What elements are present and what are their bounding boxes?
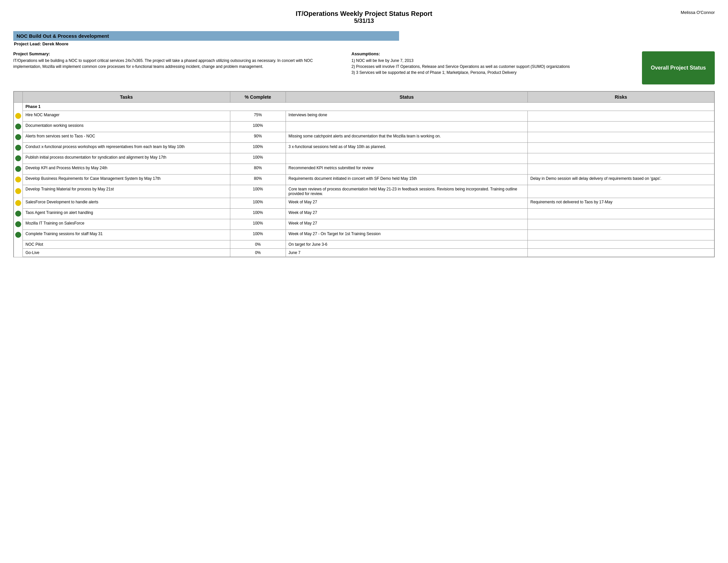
project-banner-title: NOC Build Out & Process development (17, 33, 396, 39)
dot-cell (14, 219, 23, 230)
task-risks: Delay in Demo session will delay deliver… (527, 174, 714, 185)
overall-status-label: Overall Project Status (651, 65, 706, 71)
dot-header (14, 92, 23, 103)
dot-cell (14, 249, 23, 257)
status-dot-green (15, 166, 21, 172)
main-table-wrapper: Tasks % Complete Status Risks Phase 1 Hi… (13, 91, 715, 257)
dot-cell (14, 240, 23, 249)
task-risks (527, 111, 714, 121)
task-pct: 100% (230, 121, 286, 132)
tasks-table: Tasks % Complete Status Risks Phase 1 Hi… (14, 91, 714, 257)
project-lead-name: Derek Moore (42, 41, 68, 46)
summary-left: Project Summary: IT/Operations will be b… (13, 51, 341, 84)
dot-cell (14, 111, 23, 121)
table-row: Documentation working sessions 100% (14, 121, 714, 132)
status-dot-green (15, 145, 21, 151)
summary-text: IT/Operations will be building a NOC to … (13, 58, 341, 70)
task-status: Week of May 27 (286, 198, 527, 209)
summary-right: Assumptions: 1) NOC will be live by June… (351, 51, 632, 84)
table-row: SalesForce Development to handle alerts … (14, 198, 714, 209)
table-row: Taos Agent Tranining on alert handling 1… (14, 209, 714, 219)
table-row: Conduct x-functional process workshops w… (14, 143, 714, 153)
dot-cell (14, 185, 23, 198)
dot-cell (14, 198, 23, 209)
table-row: Hire NOC Manager 75% Interviews being do… (14, 111, 714, 121)
status-dot-green (15, 232, 21, 238)
phase-dot-cell (14, 103, 23, 111)
task-status (286, 153, 527, 164)
task-status (286, 121, 527, 132)
task-status: Core team reviews of process documentati… (286, 185, 527, 198)
task-risks (527, 249, 714, 257)
task-status: Requirements document initiated in conce… (286, 174, 527, 185)
task-name: Hire NOC Manager (23, 111, 230, 121)
task-pct: 100% (230, 209, 286, 219)
task-status: 3 x-functional sessions held as of May 1… (286, 143, 527, 153)
task-name: Complete Training sessions for staff May… (23, 230, 230, 240)
table-row: Develop KPI and Process Metrics by May 2… (14, 164, 714, 174)
task-risks (527, 132, 714, 143)
summary-heading: Project Summary: (13, 51, 341, 56)
task-name: Taos Agent Tranining on alert handling (23, 209, 230, 219)
task-name: Alerts from services sent to Taos - NOC (23, 132, 230, 143)
dot-cell (14, 132, 23, 143)
task-status: Interviews being done (286, 111, 527, 121)
overall-status-box: Overall Project Status (642, 51, 715, 84)
status-dot-yellow (15, 113, 21, 119)
header-tasks: Tasks (23, 92, 230, 103)
header-risks: Risks (527, 92, 714, 103)
task-status: On target for June 3-6 (286, 240, 527, 249)
task-pct: 100% (230, 219, 286, 230)
task-name: Conduct x-functional process workshops w… (23, 143, 230, 153)
status-dot-yellow (15, 176, 21, 182)
task-pct: 75% (230, 111, 286, 121)
task-name: NOC Pilot (23, 240, 230, 249)
dot-cell (14, 209, 23, 219)
report-date: 5/31/13 (13, 18, 715, 24)
header-status: Status (286, 92, 527, 103)
dot-cell (14, 230, 23, 240)
status-dot-yellow (15, 200, 21, 206)
status-dot-yellow (15, 188, 21, 194)
task-pct: 80% (230, 164, 286, 174)
assumptions-text: 1) NOC will be live by June 7, 20132) Pr… (351, 58, 632, 75)
page-header: Melissa O'Connor IT/Operations Weekly Pr… (13, 10, 715, 24)
task-pct: 90% (230, 132, 286, 143)
task-status: Recommended KPI metrics submitted for re… (286, 164, 527, 174)
status-dot-green (15, 221, 21, 227)
task-risks (527, 164, 714, 174)
task-status: Missing some catchpoint alerts and docum… (286, 132, 527, 143)
task-name: Mozilla IT Training on SalesForce (23, 219, 230, 230)
table-row: Develop Training Material for process by… (14, 185, 714, 198)
status-dot-green (15, 211, 21, 216)
task-name: SalesForce Development to handle alerts (23, 198, 230, 209)
table-row: Publish initial process documentation fo… (14, 153, 714, 164)
task-risks: Requirements not delivered to Taos by 17… (527, 198, 714, 209)
task-risks (527, 209, 714, 219)
phase-1-row: Phase 1 (14, 103, 714, 111)
table-row: Alerts from services sent to Taos - NOC … (14, 132, 714, 143)
summary-section: Project Summary: IT/Operations will be b… (13, 51, 715, 84)
task-pct: 80% (230, 174, 286, 185)
dot-cell (14, 143, 23, 153)
status-dot-green (15, 123, 21, 129)
header-pct: % Complete (230, 92, 286, 103)
task-risks (527, 230, 714, 240)
table-row: Mozilla IT Training on SalesForce 100% W… (14, 219, 714, 230)
task-risks (527, 219, 714, 230)
task-pct: 0% (230, 240, 286, 249)
dot-cell (14, 153, 23, 164)
task-risks (527, 240, 714, 249)
task-name: Documentation working sessions (23, 121, 230, 132)
dot-cell (14, 174, 23, 185)
task-status: Week of May 27 (286, 209, 527, 219)
project-lead-label: Project Lead: (14, 41, 41, 46)
dot-cell (14, 164, 23, 174)
table-row: NOC Pilot 0% On target for June 3-6 (14, 240, 714, 249)
author-name: Melissa O'Connor (681, 10, 715, 15)
project-lead: Project Lead: Derek Moore (13, 41, 715, 46)
status-dot-green (15, 155, 21, 161)
task-name: Go-Live (23, 249, 230, 257)
task-risks (527, 121, 714, 132)
task-pct: 100% (230, 230, 286, 240)
